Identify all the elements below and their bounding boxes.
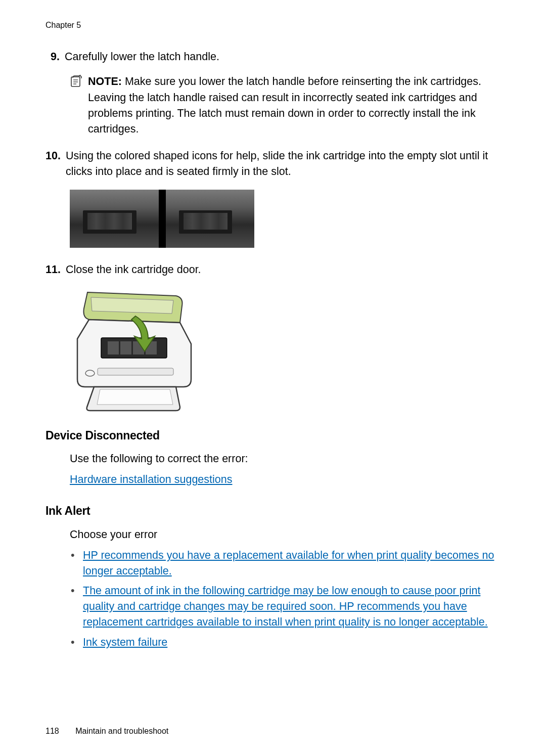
step-10-number: 10. <box>46 148 66 180</box>
note-text: NOTE: Make sure you lower the latch hand… <box>88 74 500 137</box>
step-11-number: 11. <box>46 262 66 278</box>
note-body: Make sure you lower the latch handle bef… <box>88 75 481 135</box>
bullet-marker: • <box>70 635 83 650</box>
link-replacement-recommend[interactable]: HP recommends you have a replacement ava… <box>83 549 494 577</box>
link-hardware-suggestions[interactable]: Hardware installation suggestions <box>70 473 232 485</box>
chapter-header: Chapter 5 <box>46 19 500 31</box>
bullet-item: • HP recommends you have a replacement a… <box>70 548 500 579</box>
step-9-number: 9. <box>46 49 65 65</box>
step-9-text: Carefully lower the latch handle. <box>65 49 500 65</box>
cartridge-figure <box>70 190 500 248</box>
footer-section: Maintain and troubleshoot <box>75 727 168 735</box>
heading-device-disconnected: Device Disconnected <box>46 427 500 444</box>
bullet-item: • Ink system failure <box>70 635 500 650</box>
step-10: 10. Using the colored shaped icons for h… <box>46 148 500 180</box>
step-9: 9. Carefully lower the latch handle. <box>46 49 500 65</box>
bullet-marker: • <box>70 583 83 631</box>
svg-rect-10 <box>98 368 173 375</box>
svg-rect-5 <box>108 341 119 354</box>
ink-alert-bullets: • HP recommends you have a replacement a… <box>70 548 500 650</box>
note-block: NOTE: Make sure you lower the latch hand… <box>70 74 500 137</box>
note-icon <box>70 75 86 137</box>
svg-rect-6 <box>120 341 131 354</box>
step-10-text: Using the colored shaped icons for help,… <box>66 148 500 180</box>
bullet-item: • The amount of ink in the following car… <box>70 583 500 631</box>
note-label: NOTE: <box>88 75 122 87</box>
step-11: 11. Close the ink cartridge door. <box>46 262 500 278</box>
ink-alert-intro: Choose your error <box>70 527 500 543</box>
link-ink-system-failure[interactable]: Ink system failure <box>83 636 167 648</box>
printer-figure <box>70 288 500 412</box>
heading-ink-alert: Ink Alert <box>46 503 500 519</box>
device-disconnected-intro: Use the following to correct the error: <box>70 451 500 467</box>
step-11-text: Close the ink cartridge door. <box>66 262 500 278</box>
link-low-ink[interactable]: The amount of ink in the following cartr… <box>83 585 488 628</box>
page-footer: 118 Maintain and troubleshoot <box>46 725 168 737</box>
page-number: 118 <box>46 725 59 737</box>
bullet-marker: • <box>70 548 83 579</box>
